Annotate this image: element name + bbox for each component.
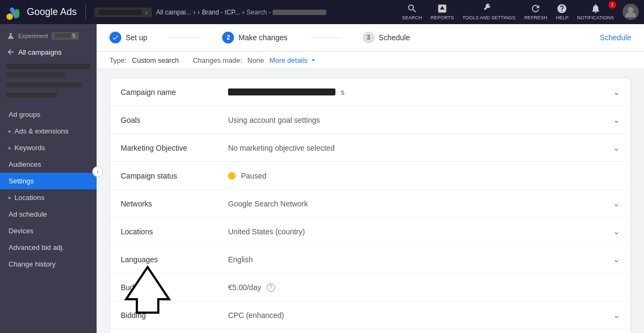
networks-row: Networks Google Search Network ⌄ [110,190,631,218]
campaign-name-value: s [228,88,613,97]
top-navigation: Google Ads › All campai... › › Brand - t… [0,0,644,24]
bidding-chevron[interactable]: ⌄ [613,310,620,320]
breadcrumb-brand[interactable]: Brand - tCP... [202,9,240,16]
type-value: Custom search [132,56,179,64]
step-divider-2 [309,38,341,38]
user-avatar[interactable] [623,4,639,20]
marketing-objective-value: No marketing objective selected [228,144,613,152]
more-details-link[interactable]: More details [269,56,318,64]
sidebar-item-label: Ads & extensions [14,127,68,135]
locations-row: Locations United States (country) ⌄ [110,218,631,246]
notifications-nav-button[interactable]: 1 NOTIFICATIONS [577,3,614,20]
experiment-count: 5 [52,32,79,40]
svg-point-4 [628,7,633,12]
breadcrumb-campaign[interactable]: All campai... [156,9,191,16]
reports-nav-button[interactable]: REPORTS [430,3,453,20]
languages-row: Languages English ⌄ [110,246,631,273]
expand-icon: ▸ [9,145,11,151]
sidebar-back-button[interactable]: All campaigns [0,43,97,61]
dates-row: Start and end dates Start date: October … [110,329,631,333]
sidebar-item-bid-adj[interactable]: Advanced bid adj. [0,239,97,256]
campaign-name-chevron[interactable]: ⌄ [613,87,620,97]
search-nav-button[interactable]: SEARCH [402,3,422,20]
campaign-status-row: Campaign status Paused [110,162,631,190]
sidebar-experiment: Experiment 5 [0,28,97,43]
subheader: Type: Custom search Changes made: None M… [97,51,644,69]
campaign-name-suffix: s [341,88,345,97]
content-area: Campaign name s ⌄ Goals Using account [97,69,644,333]
step3-circle: 3 [363,32,375,43]
nav-actions: SEARCH REPORTS TOOLS AND SETTINGS REFRES… [402,3,639,21]
main-content: Set up 2 Make changes 3 Schedule Schedul… [97,24,644,333]
networks-value: Google Search Network [228,199,613,208]
step2-label: Make changes [238,33,287,42]
sidebar-item-locations[interactable]: ▸ Locations [0,189,97,206]
goals-value: Using account goal settings [228,116,613,124]
sidebar-item-label: Change history [9,260,55,268]
sidebar-item-label: Devices [9,227,33,235]
google-ads-logo-icon [5,4,23,21]
sidebar-item-devices[interactable]: Devices [0,223,97,239]
settings-card: Campaign name s ⌄ Goals Using account [109,78,631,333]
expand-icon: ▸ [9,128,11,134]
bidding-row: Bidding CPC (enhanced) ⌄ [110,301,631,329]
languages-label: Languages [121,255,228,264]
type-prefix: Type: [109,56,127,64]
search-box-top: Search - [246,9,326,16]
budget-row: Budget €5.00/day ? [110,273,631,301]
nav-divider [85,5,86,20]
changes-prefix: Changes made: [193,56,242,64]
sidebar-item-label: Ad groups [9,110,40,119]
back-label: All campaigns [18,48,62,56]
app-logo: Google Ads [5,4,77,21]
status-dot [228,172,236,180]
marketing-objective-label: Marketing Objective [121,144,228,152]
sidebar-item-audiences[interactable]: Audiences [0,156,97,173]
locations-label: Locations [121,227,228,236]
account-name: › [94,8,152,17]
campaign-name-blk [228,88,335,95]
reports-nav-label: REPORTS [430,15,453,20]
budget-info-icon[interactable]: ? [267,283,275,292]
wizard-step-2: 2 Make changes [222,32,287,43]
sidebar-metric-bar2 [6,93,57,98]
sidebar-metric-bar1 [6,83,82,87]
budget-label: Budget [121,283,228,292]
marketing-objective-row: Marketing Objective No marketing objecti… [110,134,631,162]
goals-row: Goals Using account goal settings ⌄ [110,106,631,134]
sidebar-item-ads-extensions[interactable]: ▸ Ads & extensions [0,123,97,139]
networks-label: Networks [121,199,228,208]
sidebar-campaign-sub-bar [6,72,65,77]
refresh-nav-label: REFRESH [524,15,547,20]
networks-chevron[interactable]: ⌄ [613,198,620,209]
goals-label: Goals [121,116,228,124]
back-arrow-icon [6,48,15,56]
sidebar-nav-section: Ad groups ▸ Ads & extensions ▸ Keywords … [0,102,97,277]
locations-chevron[interactable]: ⌄ [613,226,620,236]
sidebar-item-settings[interactable]: Settings [0,173,97,189]
languages-value: English [228,255,613,264]
sidebar-toggle-button[interactable]: ‹ [92,166,103,177]
account-selector[interactable]: › [94,8,152,17]
marketing-objective-chevron[interactable]: ⌄ [613,143,620,153]
sidebar-item-change-history[interactable]: Change history [0,256,97,272]
tools-nav-button[interactable]: TOOLS AND SETTINGS [463,3,516,21]
chevron-down-icon [309,56,318,64]
settings-panel: Campaign name s ⌄ Goals Using account [97,69,644,333]
sidebar-item-ad-groups[interactable]: Ad groups [0,106,97,123]
campaign-status-value: Paused [228,172,620,180]
sidebar-item-ad-schedule[interactable]: Ad schedule [0,206,97,223]
goals-chevron[interactable]: ⌄ [613,115,620,125]
sidebar-item-keywords[interactable]: ▸ Keywords [0,139,97,156]
bidding-label: Bidding [121,311,228,320]
sidebar-item-label: Ad schedule [9,210,47,218]
languages-chevron[interactable]: ⌄ [613,254,620,264]
step2-circle: 2 [222,32,234,43]
svg-point-0 [6,13,13,20]
schedule-link[interactable]: Schedule [600,33,631,42]
refresh-nav-button[interactable]: REFRESH [524,3,547,20]
help-nav-button[interactable]: HELP [556,3,569,20]
experiment-label: Experiment [18,33,48,39]
step1-circle [109,32,121,43]
bidding-value: CPC (enhanced) [228,311,613,320]
